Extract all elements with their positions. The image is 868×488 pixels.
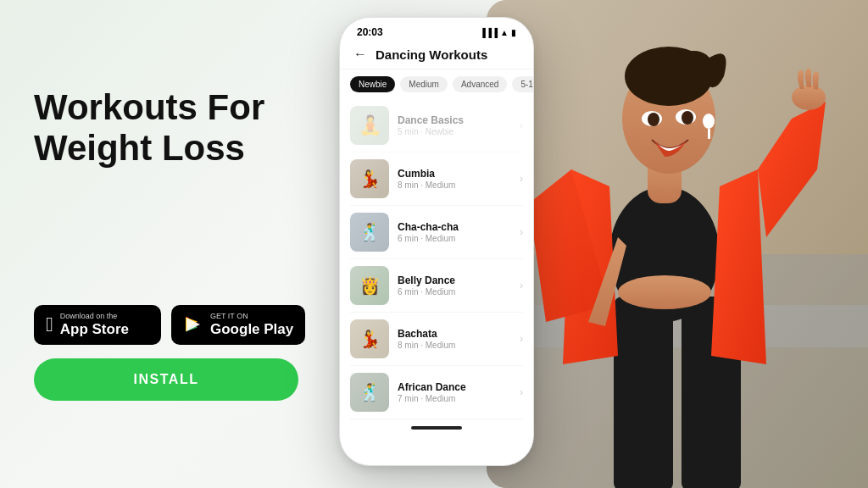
headline: Workouts For Weight Loss: [34, 87, 322, 169]
workout-thumb-chacha: 🕺: [350, 213, 389, 252]
svg-point-20: [792, 85, 826, 110]
chevron-icon-cumbia: ›: [520, 173, 523, 185]
svg-point-21: [618, 275, 711, 309]
right-photo: [487, 0, 868, 488]
filter-chip-medium[interactable]: Medium: [400, 76, 448, 92]
workout-name-african: African Dance: [398, 381, 511, 393]
workout-info-bellydance: Belly Dance 6 min · Medium: [398, 274, 511, 297]
workout-item-african[interactable]: 🕺 African Dance 7 min · Medium ›: [350, 366, 523, 419]
chevron-icon-bellydance: ›: [520, 280, 523, 291]
workout-name-bellydance: Belly Dance: [398, 274, 511, 286]
workout-thumb-bellydance: 👸: [350, 266, 389, 305]
workout-name-cumbia: Cumbia: [398, 168, 511, 180]
phone-frame: 20:03 ▐▐▐ ▲ ▮ ← Dancing Workouts Newbie …: [339, 17, 534, 466]
workout-info-chacha: Cha-cha-cha 6 min · Medium: [398, 221, 511, 243]
headline-line1: Workouts For: [34, 87, 264, 127]
google-play-icon: [183, 314, 203, 335]
left-content: Workouts For Weight Loss  Download on t…: [34, 0, 322, 488]
workout-meta-cumbia: 8 min · Medium: [398, 180, 511, 190]
chevron-icon-african: ›: [520, 386, 523, 398]
workout-thumb-partial: 🧘: [350, 106, 389, 145]
status-time: 20:03: [357, 26, 383, 38]
svg-point-18: [703, 114, 715, 129]
workout-info-african: African Dance 7 min · Medium: [398, 381, 511, 403]
workout-meta-bachata: 8 min · Medium: [398, 341, 511, 350]
google-play-text: GET IT ON Google Play: [210, 312, 293, 338]
home-bar: [411, 426, 462, 430]
workout-info-partial: Dance Basics 5 min · Newbie: [398, 114, 511, 136]
workout-name-bachata: Bachata: [398, 328, 511, 340]
workout-item-bachata[interactable]: 💃 Bachata 8 min · Medium ›: [350, 313, 523, 366]
photo-background: [487, 0, 868, 488]
workout-item-partial: 🧘 Dance Basics 5 min · Newbie ›: [350, 99, 523, 152]
home-indicator: [340, 419, 533, 436]
workout-thumb-african: 🕺: [350, 373, 389, 412]
workout-meta-partial: 5 min · Newbie: [398, 127, 511, 136]
workout-name-partial: Dance Basics: [398, 114, 511, 126]
workout-name-chacha: Cha-cha-cha: [398, 221, 511, 233]
workout-item-cumbia[interactable]: 💃 Cumbia 8 min · Medium ›: [350, 152, 523, 206]
status-icons: ▐▐▐ ▲ ▮: [480, 28, 516, 37]
svg-rect-19: [708, 129, 710, 139]
app-store-button[interactable]:  Download on the App Store: [34, 305, 161, 345]
wifi-icon: ▲: [500, 28, 509, 37]
store-buttons:  Download on the App Store: [34, 305, 322, 345]
page-wrapper: Workouts For Weight Loss  Download on t…: [0, 0, 868, 488]
workout-item-chacha[interactable]: 🕺 Cha-cha-cha 6 min · Medium ›: [350, 206, 523, 259]
workout-meta-bellydance: 6 min · Medium: [398, 287, 511, 297]
google-play-small-label: GET IT ON: [210, 312, 293, 321]
back-arrow-icon[interactable]: ←: [353, 47, 367, 62]
filter-chips: Newbie Medium Advanced 5-10 min: [340, 69, 533, 99]
phone-status-bar: 20:03 ▐▐▐ ▲ ▮: [340, 18, 533, 42]
app-store-text: Download on the App Store: [60, 312, 129, 338]
phone-screen-title: Dancing Workouts: [376, 47, 487, 62]
app-store-large-label: App Store: [60, 321, 129, 338]
workout-thumb-cumbia: 💃: [350, 159, 389, 198]
filter-chip-advanced[interactable]: Advanced: [453, 76, 507, 92]
headline-line2: Weight Loss: [34, 128, 245, 168]
chevron-icon-bachata: ›: [520, 333, 523, 345]
google-play-button[interactable]: GET IT ON Google Play: [171, 305, 305, 345]
battery-icon: ▮: [511, 28, 516, 37]
svg-point-17: [682, 111, 693, 125]
workout-item-bellydance[interactable]: 👸 Belly Dance 6 min · Medium ›: [350, 259, 523, 313]
workout-meta-chacha: 6 min · Medium: [398, 234, 511, 243]
apple-icon: : [46, 314, 53, 335]
svg-rect-7: [614, 297, 673, 488]
workout-info-bachata: Bachata 8 min · Medium: [398, 328, 511, 350]
chevron-icon-partial: ›: [520, 119, 523, 131]
svg-point-16: [648, 113, 659, 126]
svg-marker-1: [186, 318, 200, 331]
workout-figure-icon: 🧘: [359, 114, 381, 136]
workout-thumb-bachata: 💃: [350, 319, 389, 358]
filter-chip-newbie[interactable]: Newbie: [350, 76, 395, 92]
svg-point-13: [677, 51, 711, 76]
google-play-large-label: Google Play: [210, 321, 293, 338]
signal-icon: ▐▐▐: [480, 28, 498, 37]
woman-illustration: [487, 0, 868, 488]
app-store-small-label: Download on the: [60, 312, 129, 321]
phone-container: 20:03 ▐▐▐ ▲ ▮ ← Dancing Workouts Newbie …: [339, 17, 534, 471]
phone-header: ← Dancing Workouts: [340, 42, 533, 69]
install-button[interactable]: INSTALL: [34, 358, 298, 401]
filter-chip-duration[interactable]: 5-10 min: [512, 76, 533, 92]
chevron-icon-chacha: ›: [520, 226, 523, 238]
workout-list: 💃 Cumbia 8 min · Medium › 🕺 Cha-cha-cha …: [340, 152, 533, 419]
workout-info-cumbia: Cumbia 8 min · Medium: [398, 168, 511, 190]
workout-meta-african: 7 min · Medium: [398, 394, 511, 403]
